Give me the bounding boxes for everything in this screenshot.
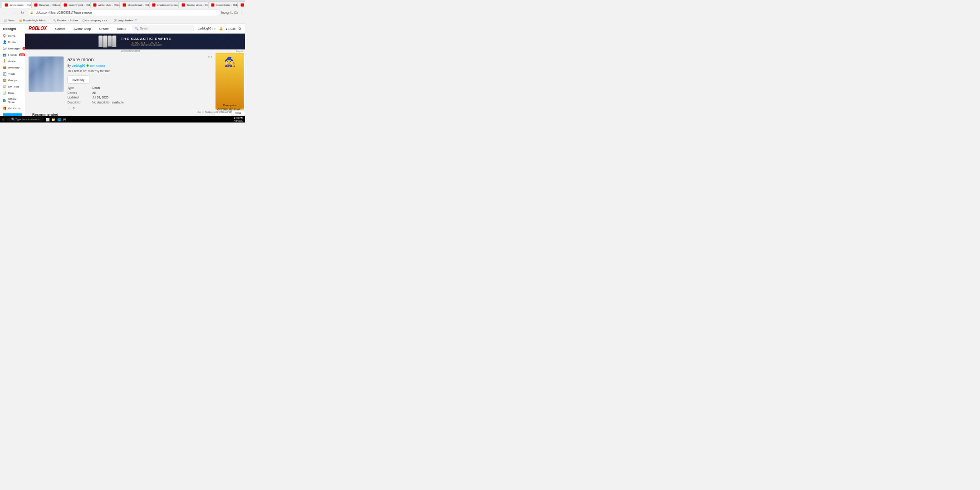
back-button[interactable]: ← bbox=[2, 10, 9, 15]
sidebar-item-trade[interactable]: 🔄 Trade bbox=[0, 71, 25, 77]
sidebar-label-groups: Groups bbox=[8, 78, 17, 82]
sidebar-label-blog: Blog bbox=[8, 91, 14, 94]
taskbar-icon3[interactable]: 🌐 bbox=[57, 118, 61, 121]
sidebar-label-profile: Profile bbox=[8, 40, 16, 44]
ad-headline: THE GALACTIC EMPIRE bbox=[121, 37, 171, 41]
ad-maker: MADE BY: UNIVERSALREBORN bbox=[121, 44, 171, 46]
sidebar-item-messages[interactable]: 💬 Messages 4 bbox=[0, 45, 25, 52]
tab-flowing[interactable]: flowing vines - Rob... ✕ bbox=[179, 1, 208, 8]
item-details: azure moon By zeddog96 bbox=[68, 57, 212, 111]
tab-label: Develop - Roblox bbox=[39, 3, 60, 6]
description-label: Description bbox=[68, 101, 86, 104]
windows-start-icon[interactable]: ⊞ bbox=[2, 117, 5, 122]
tab-peachy[interactable]: peachy pink - Roblo... ✕ bbox=[61, 1, 90, 8]
ad-label: ADVERTISEMENT Report bbox=[25, 49, 245, 53]
tab-favicon bbox=[64, 3, 67, 6]
sidebar-item-myfeed[interactable]: 📰 My Feed bbox=[0, 83, 25, 90]
tab-gingerbread[interactable]: gingerbread - Roblo... ✕ bbox=[120, 1, 149, 8]
genres-value: All bbox=[93, 91, 96, 95]
sidebar-label-friends: Friends bbox=[8, 53, 17, 56]
sidebar-item-avatar[interactable]: 🧍 Avatar bbox=[0, 58, 25, 64]
sidebar-label-messages: Messages bbox=[8, 47, 20, 50]
tab-label: flowing vines - Rob... bbox=[187, 3, 209, 6]
sidebar-label-home: Home bbox=[8, 34, 15, 37]
bookmark-cristal[interactable]: (14) cristalpony x ca... bbox=[81, 18, 111, 22]
search-taskbar[interactable]: 🔍 Type here to search bbox=[7, 118, 44, 122]
friends-icon: 👥 bbox=[3, 53, 6, 57]
notifications-icon[interactable]: 🔔 bbox=[219, 27, 223, 30]
lock-icon: 🔒 bbox=[30, 11, 34, 14]
sidebar-label-myfeed: My Feed bbox=[8, 85, 19, 88]
nav-games[interactable]: Games bbox=[54, 27, 68, 30]
sidebar-label-store: Official Store bbox=[8, 98, 22, 104]
tab-favicon bbox=[93, 3, 97, 6]
nav-robux[interactable]: Robux bbox=[115, 27, 128, 30]
report-ad-link[interactable]: Report bbox=[236, 50, 243, 53]
sidebar-item-inventory[interactable]: 📦 Inventory bbox=[0, 64, 25, 71]
forward-button[interactable]: → bbox=[10, 10, 18, 15]
taskbar-icon1[interactable]: ⬜ bbox=[46, 118, 50, 121]
search-icon: 🔍 bbox=[135, 27, 138, 30]
sidebar-item-gift-cards[interactable]: 🎁 Gift Cards bbox=[0, 105, 25, 112]
store-icon: 🛍️ bbox=[3, 99, 6, 103]
bookmark-label: Develop - Roblox bbox=[57, 19, 78, 22]
tab-shadow[interactable]: shadow empress -... ✕ bbox=[149, 1, 179, 8]
bookmark-nightbarbie[interactable]: (21) nightbarbie - T... bbox=[112, 18, 141, 22]
bookmark-develop[interactable]: 🔧 Develop - Roblox bbox=[51, 18, 80, 22]
search-input[interactable] bbox=[140, 27, 191, 30]
nav-right-area: zeddog96 13+ 🔔 ● 1,035 ⚙ bbox=[198, 26, 241, 31]
bookmark-icon: 🔧 bbox=[53, 19, 56, 22]
trade-icon: 🔄 bbox=[3, 72, 6, 76]
tab-label: shadow empress -... bbox=[157, 3, 179, 6]
tab-favicon bbox=[211, 3, 215, 6]
ad-banner-content: THE GALACTIC EMPIRE ENLIST TODAY MADE BY… bbox=[98, 36, 171, 48]
get-premium-button[interactable]: Get Premium bbox=[3, 113, 22, 116]
stormtroopers bbox=[98, 36, 116, 48]
recommended-section: Recommended 🐱 Selfish Kitty By bobthingy… bbox=[29, 111, 212, 116]
bookmark-royale[interactable]: 👑 Royale High Admin... bbox=[17, 18, 50, 22]
inventory-button[interactable]: Inventory bbox=[68, 76, 90, 84]
tab-mixed[interactable]: mixed berry - Roblo... ✕ bbox=[208, 1, 238, 8]
tab-azure-moon[interactable]: azure moon - Roblo... ✕ bbox=[2, 1, 31, 8]
url-text: roblox.com/library/5280933174/azure-moon bbox=[35, 11, 217, 15]
meta-description-row: Description No description available. bbox=[68, 101, 212, 104]
chat-button[interactable]: Chat bbox=[231, 110, 245, 116]
bookmarks-bar: 📰 News 👑 Royale High Admin... 🔧 Develop … bbox=[0, 17, 245, 24]
sidebar-item-groups[interactable]: 🏫 Groups bbox=[0, 77, 25, 83]
sidebar-item-blog[interactable]: 📝 Blog bbox=[0, 90, 25, 96]
top-nav-bar: ROBLOX Games Avatar Shop Create Robux 🔍 … bbox=[25, 24, 245, 34]
menu-button[interactable]: ⋮ bbox=[239, 10, 243, 15]
bookmark-label: News bbox=[8, 19, 15, 22]
address-bar[interactable]: 🔒 roblox.com/library/5280933174/azure-mo… bbox=[27, 9, 220, 16]
tab-code[interactable]: code breaker - Rob... ✕ bbox=[238, 1, 245, 8]
taskbar-icon4[interactable]: 🎮 bbox=[63, 118, 67, 121]
meta-updated-row: Updated Jul 03, 2020 bbox=[68, 96, 212, 99]
right-ad-content-inner: 🧙 Creepysins bbox=[216, 54, 244, 108]
author-link[interactable]: zeddog96 bbox=[72, 64, 85, 68]
sidebar-item-profile[interactable]: 👤 Profile bbox=[0, 39, 25, 45]
friends-badge: 184 bbox=[19, 53, 25, 56]
refresh-button[interactable]: ↻ bbox=[19, 10, 26, 16]
sidebar-item-friends[interactable]: 👥 Friends 184 bbox=[0, 52, 25, 58]
sidebar-item-official-store[interactable]: 🛍️ Official Store bbox=[0, 96, 25, 105]
item-section: azure moon By zeddog96 bbox=[25, 53, 216, 116]
bookmark-news[interactable]: 📰 News bbox=[2, 18, 16, 22]
taskbar-icon2[interactable]: 📁 bbox=[51, 118, 55, 121]
inventory-icon: 📦 bbox=[3, 66, 6, 69]
nav-create[interactable]: Create bbox=[98, 27, 111, 30]
activate-title: Activate Windows bbox=[197, 107, 240, 110]
sidebar-label-trade: Trade bbox=[8, 72, 15, 75]
item-display: azure moon By zeddog96 bbox=[29, 57, 212, 111]
sidebar-item-home[interactable]: 🏠 Home bbox=[0, 33, 25, 39]
nav-avatar-shop[interactable]: Avatar Shop bbox=[72, 27, 93, 30]
bookmark-label: (14) cristalpony x ca... bbox=[83, 19, 109, 22]
search-bar[interactable]: 🔍 bbox=[132, 26, 194, 32]
more-options-btn[interactable] bbox=[208, 57, 212, 58]
updated-label: Updated bbox=[68, 96, 86, 99]
tab-winter[interactable]: winter dust - Roblo... ✕ bbox=[90, 1, 120, 8]
by-label: By bbox=[68, 64, 71, 68]
tab-develop[interactable]: Develop - Roblox ✕ bbox=[31, 1, 61, 8]
tab-favicon bbox=[34, 3, 38, 6]
favorite-button[interactable]: ☆ bbox=[68, 106, 71, 111]
settings-icon[interactable]: ⚙ bbox=[238, 26, 241, 31]
